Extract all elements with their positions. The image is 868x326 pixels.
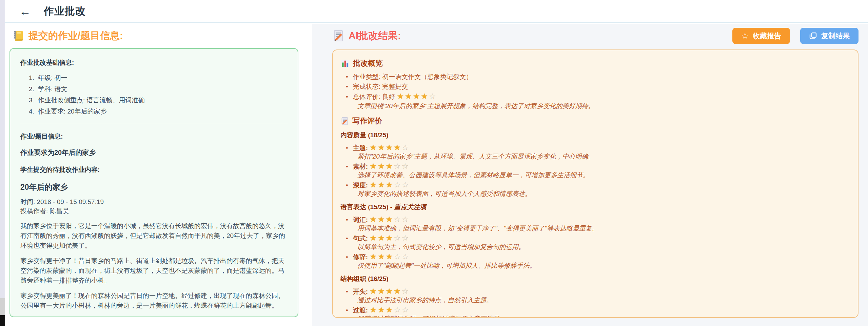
overview-item-text: 完成状态: 完整提交 [353, 83, 408, 90]
result-panel-title: AI批改结果: [332, 29, 401, 43]
overview-item: •完成状态: 完整提交 [340, 82, 844, 91]
rating-item-desc: 对家乡变化的描述较表面，可适当加入个人感受和情感表达。 [357, 190, 844, 198]
favorite-report-button[interactable]: ☆ 收藏报告 [732, 28, 790, 44]
result-card: 批改概览 •作业类型: 初一语文作文（想象类记叙文）•完成状态: 完整提交•总体… [332, 49, 859, 318]
star-rating: ★★★☆☆ [370, 253, 410, 261]
overview-item-text: 作业类型: 初一语文作文（想象类记叙文） [353, 73, 473, 80]
rating-item-row: •句式: ★★★☆☆ [340, 233, 844, 243]
rating-item: •主题: ★★★★☆紧扣"20年后的家乡"主题，从环境、景观、人文三个方面展现家… [340, 143, 844, 161]
empty-stars: ☆☆ [394, 305, 410, 314]
filled-stars: ★★★ [370, 215, 394, 224]
empty-stars: ☆☆ [394, 180, 410, 189]
result-panel: AI批改结果: ☆ 收藏报告 复制结果 [312, 24, 868, 326]
rating-item-row: •开头: ★★★★☆ [340, 287, 844, 296]
bullet-dot: • [346, 93, 348, 100]
back-button[interactable]: ← [19, 5, 31, 17]
copy-result-button[interactable]: 复制结果 [800, 28, 859, 44]
rating-item: •素材: ★★★☆☆选择了环境改善、公园建设等具体场景，但素材略显单一，可增加更… [340, 162, 844, 179]
rating-item-label: 深度: [353, 182, 370, 189]
filled-stars: ★★★★ [370, 143, 401, 152]
bullet-dot: • [346, 216, 348, 223]
basic-info-list: 年级: 初一学科: 语文作业批改侧重点: 语言流畅、用词准确作业要求: 20年后… [20, 72, 288, 117]
basic-info-item: 作业批改侧重点: 语言流畅、用词准确 [36, 95, 288, 106]
filled-stars: ★★★ [370, 305, 394, 314]
rating-item: •修辞: ★★★☆☆仅使用了"翩翩起舞"一处比喻，可增加拟人、排比等修辞手法。 [340, 252, 844, 270]
essay-author: 投稿作者: 陈昌昊 [20, 206, 288, 216]
rating-item-row: •深度: ★★★☆☆ [340, 180, 844, 190]
result-panel-title-text: AI批改结果: [349, 29, 401, 43]
basic-info-item: 年级: 初一 [36, 72, 288, 83]
submission-panel: 提交的作业/题目信息: 作业批改基础信息: 年级: 初一学科: 语文作业批改侧重… [5, 24, 312, 326]
star-rating: ★★★☆☆ [370, 307, 410, 314]
bullet-dot: • [346, 253, 348, 261]
rating-item-row: •素材: ★★★☆☆ [340, 162, 844, 171]
submission-panel-title: 提交的作业/题目信息: [12, 29, 312, 43]
rating-item-desc: 用词基本准确，但词汇量有限，如"变得更干净了"、"变得更美丽了"等表达略显重复。 [357, 224, 844, 232]
rating-item: •词汇: ★★★☆☆用词基本准确，但词汇量有限，如"变得更干净了"、"变得更美丽… [340, 215, 844, 232]
essay-paragraph: 家乡变得更文明了！人们过马路，不再着急；人们说话，更注意礼貌。 [20, 316, 288, 317]
overview-item: •总体评价: 良好 ★★★★☆ [340, 91, 844, 102]
rating-group-title: 结构组织 (16/25) [340, 274, 844, 283]
overview-heading-text: 批改概览 [353, 58, 383, 68]
rating-group-title: 内容质量 (18/25) [340, 131, 844, 140]
bullet-dot: • [346, 144, 348, 151]
bullet-dot: • [346, 163, 348, 170]
bullet-dot: • [346, 307, 348, 314]
scrollbar-thumb[interactable] [0, 298, 5, 315]
rating-item-desc: 选择了环境改善、公园建设等具体场景，但素材略显单一，可增加更多生活细节。 [357, 171, 844, 179]
rating-item: •句式: ★★★☆☆以简单句为主，句式变化较少，可适当增加复合句的运用。 [340, 233, 844, 251]
basic-info-item: 作业要求: 20年后的家乡 [36, 106, 288, 117]
filled-stars: ★★★ [370, 233, 394, 242]
submission-card: 作业批改基础信息: 年级: 初一学科: 语文作业批改侧重点: 语言流畅、用词准确… [9, 48, 298, 317]
scrollbar-track [0, 0, 5, 298]
rating-item-row: •主题: ★★★★☆ [340, 143, 844, 152]
main-content: 提交的作业/题目信息: 作业批改基础信息: 年级: 初一学科: 语文作业批改侧重… [5, 24, 868, 326]
essay-paragraph: 家乡变得更干净了！昔日家乡的马路上、街道上到处都是垃圾。汽车排出的有毒的气体，把… [20, 256, 288, 285]
essay-time: 时间: 2018 - 09 - 15 09:57:19 [20, 197, 288, 206]
page-title: 作业批改 [44, 4, 86, 18]
star-rating: ★★★★☆ [370, 288, 410, 295]
submission-panel-title-text: 提交的作业/题目信息: [28, 29, 123, 43]
rating-group-title: 语言表达 (15/25) - 重点关注项 [340, 203, 844, 211]
empty-stars: ☆☆ [394, 252, 410, 261]
writing-eval-groups: 内容质量 (18/25)•主题: ★★★★☆紧扣"20年后的家乡"主题，从环境、… [340, 131, 844, 318]
rating-item-label: 主题: [353, 144, 370, 151]
bullet-dot: • [346, 83, 348, 90]
basic-info-heading: 作业批改基础信息: [20, 58, 288, 67]
filled-stars: ★★★★ [397, 92, 429, 101]
rating-item-row: •词汇: ★★★☆☆ [340, 215, 844, 224]
rating-item: •过渡: ★★★☆☆段落间过渡稍显生硬，可增加过渡句使文章更连贯。 [340, 305, 844, 318]
assignment-requirement: 作业要求为20年后的家乡 [20, 148, 288, 157]
memo-icon [332, 30, 344, 42]
bar-chart-icon [340, 59, 350, 68]
empty-stars: ☆☆ [394, 215, 410, 224]
result-header-row: AI批改结果: ☆ 收藏报告 复制结果 [332, 28, 859, 44]
writing-eval-heading-text: 写作评价 [352, 116, 382, 126]
overview-section-heading: 批改概览 [340, 58, 844, 68]
scrollbar-end [0, 315, 5, 326]
star-rating: ★★★☆☆ [370, 235, 410, 242]
bullet-dot: • [346, 235, 348, 242]
empty-stars: ☆☆ [394, 162, 410, 170]
star-outline-icon: ☆ [741, 32, 749, 40]
star-rating: ★★★★☆ [397, 93, 437, 100]
assignment-heading: 作业/题目信息: [20, 131, 288, 141]
essay-body: 我的家乡位于襄阳，它是一个温暖的小城，虽然它没有长城般的宏伟，没有故宫般的悠久，… [20, 221, 288, 317]
left-edge-scrollbar[interactable] [0, 0, 5, 326]
favorite-report-label: 收藏报告 [753, 31, 781, 41]
rating-item-desc: 通过对比手法引出家乡的特点，自然引入主题。 [357, 296, 844, 304]
star-rating: ★★★☆☆ [370, 216, 410, 223]
rating-item-label: 素材: [353, 163, 370, 170]
overview-list: •作业类型: 初一语文作文（想象类记叙文）•完成状态: 完整提交•总体评价: 良… [340, 72, 844, 110]
rating-item-desc: 以简单句为主，句式变化较少，可适当增加复合句的运用。 [357, 243, 844, 251]
rating-item-desc: 紧扣"20年后的家乡"主题，从环境、景观、人文三个方面展现家乡变化，中心明确。 [357, 152, 844, 161]
overview-item-text: 总体评价: 良好 [353, 93, 397, 100]
memo-small-icon [340, 117, 349, 125]
rating-item-label: 过渡: [353, 307, 370, 314]
star-rating: ★★★★☆ [370, 144, 410, 151]
star-rating: ★★★☆☆ [370, 163, 410, 170]
star-rating: ★★★☆☆ [370, 182, 410, 189]
filled-stars: ★★★ [370, 252, 394, 261]
essay-paragraph: 家乡变得更美丽了！现在的森林公园是昔日的一片空地。经过修建，出现了现在的森林公园… [20, 291, 288, 310]
rating-item-label: 修辞: [353, 253, 370, 261]
